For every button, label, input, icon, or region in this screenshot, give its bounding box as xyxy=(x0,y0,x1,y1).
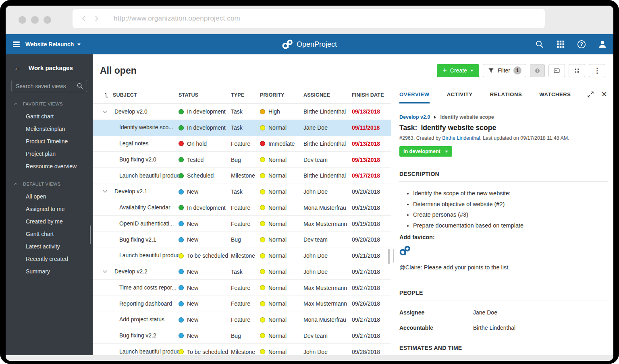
finish-date-cell[interactable]: 09/28/2018 xyxy=(352,349,391,355)
finish-date-cell[interactable]: 09/17/2018 xyxy=(352,172,391,179)
type-cell[interactable]: Bug xyxy=(231,157,260,163)
tab-relations[interactable]: RELATIONS xyxy=(490,87,522,103)
search-icon[interactable] xyxy=(77,83,83,89)
sidebar-item-gantt-chart[interactable]: Gantt chart xyxy=(6,110,93,122)
tab-overview[interactable]: OVERVIEW xyxy=(399,87,430,103)
finish-date-cell[interactable]: 09/13/2018 xyxy=(352,157,391,163)
priority-cell[interactable]: High xyxy=(260,108,303,115)
create-button[interactable]: + Create xyxy=(437,64,479,77)
status-cell[interactable]: In development xyxy=(179,205,231,211)
status-cell[interactable]: New xyxy=(179,269,231,275)
priority-cell[interactable]: Normal xyxy=(260,252,303,259)
type-cell[interactable]: Milestone xyxy=(231,349,260,355)
subject-cell[interactable]: Develop v2.2 xyxy=(93,264,179,280)
view-settings-button[interactable] xyxy=(548,64,565,77)
assignee-cell[interactable]: Max Mustermann xyxy=(303,221,352,227)
subject-cell[interactable]: Add project status xyxy=(93,312,179,328)
priority-cell[interactable]: Normal xyxy=(260,349,303,355)
sidebar-item-all-open[interactable]: All open xyxy=(6,190,93,203)
table-row[interactable]: Launch beautiful produc...ScheduledMiles… xyxy=(93,168,391,184)
priority-cell[interactable]: Immediate xyxy=(260,141,303,147)
sidebar-item-meilensteinplan[interactable]: Meilensteinplan xyxy=(6,122,93,135)
finish-date-cell[interactable]: 09/13/2018 xyxy=(352,141,391,147)
finish-date-cell[interactable]: 09/13/2018 xyxy=(352,108,391,115)
tab-watchers[interactable]: WATCHERS xyxy=(539,87,571,103)
browser-forward-icon[interactable] xyxy=(92,14,101,23)
priority-cell[interactable]: Normal xyxy=(260,316,303,323)
sidebar-item-gantt-chart[interactable]: Gantt chart xyxy=(6,228,93,240)
column-header-subject[interactable]: SUBJECT xyxy=(93,92,179,98)
table-row[interactable]: Time and costs repor...NewFeatureNormalM… xyxy=(93,280,391,296)
status-cell[interactable]: New xyxy=(179,236,231,243)
assignee-cell[interactable]: John Doe xyxy=(303,252,352,259)
subject-cell[interactable]: Develop v2.1 xyxy=(93,184,179,200)
assignee-cell[interactable]: Birthe Lindenthal xyxy=(303,141,352,147)
status-cell[interactable]: Scheduled xyxy=(179,172,231,179)
type-cell[interactable]: Bug xyxy=(231,333,260,339)
subject-cell[interactable]: Launch beautiful produc... xyxy=(93,168,179,184)
type-cell[interactable]: Task xyxy=(231,108,260,115)
subject-cell[interactable]: Bug fixing v2.2 xyxy=(93,328,179,344)
sidebar-item-project-plan[interactable]: Project plan xyxy=(6,147,93,160)
table-row[interactable]: Develop v2.2NewTaskNormalJohn Doe09/27/2… xyxy=(93,264,391,280)
project-selector[interactable]: Website Relaunch xyxy=(25,41,81,48)
table-row[interactable]: Launch beautiful produc...To be schedule… xyxy=(93,344,391,355)
window-control-dot[interactable] xyxy=(31,16,39,24)
finish-date-cell[interactable]: 09/21/2018 xyxy=(352,252,391,259)
type-cell[interactable]: Task xyxy=(231,188,260,195)
finish-date-cell[interactable]: 09/27/2018 xyxy=(352,316,391,323)
expand-panel-icon[interactable] xyxy=(587,91,594,98)
subject-cell[interactable]: Reporting dashboard xyxy=(93,296,179,312)
sidebar-item-ressource-overview[interactable]: Ressource overview xyxy=(6,160,93,172)
finish-date-cell[interactable]: 09/19/2018 xyxy=(352,205,391,211)
finish-date-cell[interactable]: 09/27/2018 xyxy=(352,333,391,339)
table-row[interactable]: Bug fixing v2.2NewBugNormalDev team09/27… xyxy=(93,328,391,344)
close-panel-icon[interactable]: × xyxy=(602,91,607,98)
type-cell[interactable]: Feature xyxy=(231,316,260,323)
finish-date-cell[interactable]: 09/27/2018 xyxy=(352,269,391,275)
assignee-cell[interactable]: Dev team xyxy=(303,236,352,243)
table-row[interactable]: Develop v2.0In developmentTaskHighBirthe… xyxy=(93,104,391,120)
table-row[interactable]: OpenID authenticati...NewFeatureNormalMa… xyxy=(93,216,391,232)
status-cell[interactable]: To be scheduled xyxy=(179,252,231,259)
finish-date-cell[interactable]: 09/26/2018 xyxy=(352,300,391,307)
sidebar-item-assigned-to-me[interactable]: Assigned to me xyxy=(6,203,93,215)
subject-cell[interactable]: Bug fixing v2.1 xyxy=(93,232,179,248)
sidebar-item-product-timeline[interactable]: Product Timeline xyxy=(6,135,93,147)
type-cell[interactable]: Feature xyxy=(231,285,260,291)
assignee-cell[interactable]: Birthe Lindenthal xyxy=(303,108,352,115)
assignee-cell[interactable]: Jane Doe xyxy=(303,124,352,131)
assignee-cell[interactable]: Mona Musterfrau xyxy=(303,316,352,323)
type-cell[interactable]: Feature xyxy=(231,221,260,227)
panel-scrollbar[interactable] xyxy=(393,249,394,263)
priority-cell[interactable]: Normal xyxy=(260,333,303,339)
status-cell[interactable]: New xyxy=(179,300,231,307)
subject-cell[interactable]: Time and costs repor... xyxy=(93,280,179,296)
assignee-cell[interactable]: Birthe Lindenthal xyxy=(303,172,352,179)
finish-date-cell[interactable]: 09/27/2018 xyxy=(352,285,391,291)
sidebar-section-header[interactable]: DEFAULT VIEWS xyxy=(6,180,93,190)
subject-cell[interactable]: Bug fixing v2.0 xyxy=(93,152,179,168)
assignee-cell[interactable]: Max Mustermann xyxy=(303,300,352,307)
subject-cell[interactable]: OpenID authenticati... xyxy=(93,216,179,232)
window-control-dot[interactable] xyxy=(19,16,26,24)
type-cell[interactable]: Milestone xyxy=(231,172,260,179)
sidebar-item-created-by-me[interactable]: Created by me xyxy=(6,215,93,228)
help-icon[interactable]: ? xyxy=(577,40,586,49)
priority-cell[interactable]: Normal xyxy=(260,221,303,227)
priority-cell[interactable]: Normal xyxy=(260,300,303,307)
type-cell[interactable]: Feature xyxy=(231,141,260,147)
table-row[interactable]: Add project statusNewFeatureNormalMona M… xyxy=(93,312,391,328)
hierarchy-icon[interactable] xyxy=(104,92,109,98)
assignee-cell[interactable]: Mona Musterfrau xyxy=(303,205,352,211)
priority-cell[interactable]: Normal xyxy=(260,205,303,211)
info-button[interactable] xyxy=(530,64,545,77)
type-cell[interactable]: Feature xyxy=(231,205,260,211)
subject-cell[interactable]: Develop v2.0 xyxy=(93,104,179,120)
priority-cell[interactable]: Normal xyxy=(260,236,303,243)
apps-grid-icon[interactable] xyxy=(556,40,565,49)
column-header-priority[interactable]: PRIORITY xyxy=(260,92,303,98)
creator-link[interactable]: Birthe Lindenthal xyxy=(442,135,480,141)
subject-cell[interactable]: Availability Calendar xyxy=(93,200,179,216)
url-text[interactable]: http://www.organization.openproject.com xyxy=(114,14,240,23)
